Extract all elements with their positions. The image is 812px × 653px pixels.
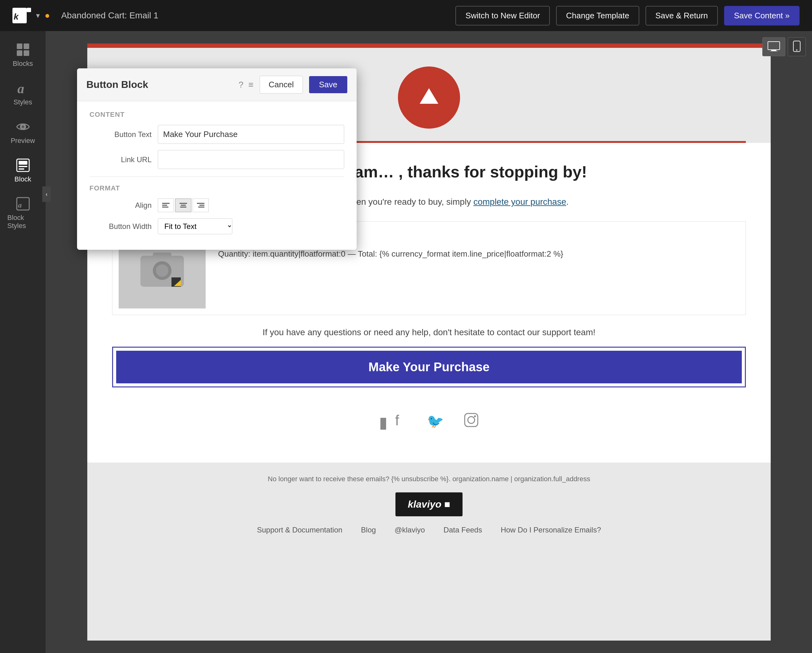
- svg-rect-25: [153, 253, 171, 259]
- save-return-button[interactable]: Save & Return: [646, 6, 718, 26]
- switch-editor-button[interactable]: Switch to New Editor: [455, 6, 550, 26]
- modal-save-button[interactable]: Save: [309, 76, 347, 93]
- email-footer: No longer want to receive these emails? …: [87, 462, 771, 547]
- align-label: Align: [90, 201, 151, 210]
- menu-icon[interactable]: ≡: [248, 80, 253, 90]
- align-row: Align: [90, 198, 344, 212]
- svg-rect-37: [180, 203, 187, 204]
- svg-rect-6: [24, 50, 29, 56]
- campaign-title: Abandoned Cart: Email 1: [61, 11, 159, 20]
- button-text-input[interactable]: [158, 125, 344, 144]
- button-width-row: Button Width Fit to Text Full Width: [90, 218, 344, 234]
- email-social: ▮ f 🐦: [112, 400, 746, 444]
- svg-rect-41: [200, 205, 205, 206]
- email-header-bar: [87, 43, 771, 48]
- status-dot: ●: [45, 11, 50, 20]
- svg-rect-2: [27, 8, 31, 12]
- svg-text:🐦: 🐦: [427, 413, 444, 428]
- modal-header: Button Block ? ≡ Cancel Save: [77, 68, 357, 101]
- modal-cancel-button[interactable]: Cancel: [260, 76, 303, 93]
- footer-link-personalize[interactable]: How Do I Personalize Emails?: [501, 526, 601, 534]
- mobile-icon: [793, 41, 800, 52]
- navbar-actions: Switch to New Editor Change Template Sav…: [455, 6, 800, 26]
- svg-rect-5: [17, 50, 22, 56]
- preview-icon: [15, 119, 31, 134]
- button-text-label: Button Text: [90, 130, 151, 139]
- sidebar-item-label: Blocks: [13, 60, 33, 68]
- footer-link-support[interactable]: Support & Documentation: [257, 526, 342, 534]
- navbar: k ▾ ● Abandoned Cart: Email 1 Switch to …: [0, 0, 812, 31]
- help-icon[interactable]: ?: [238, 80, 244, 90]
- email-logo-circle: [398, 67, 460, 129]
- email-cta-button[interactable]: Make Your Purchase: [116, 351, 742, 383]
- format-section-label: FORMAT: [90, 184, 344, 192]
- svg-rect-18: [770, 51, 777, 51]
- svg-rect-31: [465, 413, 478, 427]
- change-template-button[interactable]: Change Template: [556, 6, 639, 26]
- save-content-button[interactable]: Save Content »: [724, 6, 800, 26]
- email-logo-icon: [414, 85, 444, 110]
- facebook-svg: f: [392, 412, 408, 428]
- sidebar-item-block-styles[interactable]: a Block Styles: [5, 191, 42, 235]
- modal-title: Button Block: [86, 79, 232, 90]
- sidebar-item-preview[interactable]: Preview: [5, 114, 42, 150]
- button-width-label: Button Width: [90, 222, 151, 231]
- svg-rect-3: [17, 43, 22, 49]
- footer-link-blog[interactable]: Blog: [361, 526, 376, 534]
- email-cta-wrapper: Make Your Purchase: [112, 347, 746, 388]
- twitter-icon[interactable]: 🐦: [426, 412, 445, 432]
- desktop-view-button[interactable]: [762, 37, 785, 56]
- sidebar: Blocks a Styles Preview: [0, 31, 46, 653]
- styles-icon: a: [15, 81, 31, 96]
- complete-purchase-link[interactable]: complete your purchase: [473, 197, 566, 207]
- email-support-text: If you have any questions or need any he…: [112, 327, 746, 337]
- sidebar-item-styles[interactable]: a Styles: [5, 76, 42, 111]
- svg-rect-39: [180, 207, 186, 207]
- svg-text:f: f: [395, 412, 399, 428]
- svg-marker-21: [420, 88, 438, 104]
- svg-rect-38: [181, 205, 186, 206]
- sidebar-collapse-button[interactable]: ‹: [42, 186, 51, 202]
- camera-placeholder-icon: [137, 246, 187, 290]
- instagram-svg: [464, 412, 479, 428]
- svg-point-33: [474, 415, 476, 417]
- klaviyo-footer-logo-text: klaviyo ■: [408, 499, 450, 510]
- modal-header-icons: ? ≡: [238, 80, 253, 90]
- blocks-icon: [15, 42, 31, 57]
- button-width-select[interactable]: Fit to Text Full Width: [158, 218, 232, 234]
- block-styles-icon: a: [15, 196, 31, 211]
- content-section-label: CONTENT: [90, 111, 344, 119]
- svg-rect-36: [162, 207, 168, 207]
- logo-area: k ▾ ● Abandoned Cart: Email 1: [12, 8, 159, 23]
- sidebar-item-label: Preview: [11, 137, 35, 145]
- sidebar-item-label: Block: [15, 175, 31, 183]
- dropdown-arrow[interactable]: ▾: [36, 11, 40, 20]
- align-center-icon: [180, 202, 187, 209]
- align-right-button[interactable]: [192, 198, 209, 212]
- sidebar-item-block[interactable]: Block: [5, 153, 42, 188]
- button-block-modal: Button Block ? ≡ Cancel Save CONTENT But…: [77, 68, 357, 250]
- content-area: Hey first_nam… , thanks for stopping by!…: [46, 31, 812, 653]
- svg-rect-16: [768, 42, 780, 50]
- svg-point-24: [156, 264, 168, 277]
- footer-link-data-feeds[interactable]: Data Feeds: [444, 526, 482, 534]
- instagram-icon[interactable]: [464, 412, 479, 432]
- main-layout: Blocks a Styles Preview: [0, 31, 812, 653]
- footer-link-klaviyo-twitter[interactable]: @klaviyo: [394, 526, 425, 534]
- facebook-icon[interactable]: ▮ f: [379, 412, 408, 432]
- svg-text:k: k: [14, 12, 19, 21]
- email-footer-links: Support & Documentation Blog @klaviyo Da…: [100, 526, 758, 534]
- svg-text:a: a: [18, 201, 22, 209]
- align-left-button[interactable]: [158, 198, 174, 212]
- sidebar-item-blocks[interactable]: Blocks: [5, 37, 42, 73]
- svg-rect-28: [392, 412, 408, 428]
- logo-icon: k: [12, 8, 31, 23]
- link-url-row: Link URL: [90, 150, 344, 169]
- svg-rect-42: [198, 207, 205, 207]
- link-url-input[interactable]: [158, 150, 344, 169]
- twitter-svg: 🐦: [426, 412, 445, 428]
- svg-rect-40: [197, 203, 205, 204]
- align-center-button[interactable]: [175, 198, 191, 212]
- sidebar-item-label: Styles: [14, 98, 32, 106]
- mobile-view-button[interactable]: [788, 37, 806, 56]
